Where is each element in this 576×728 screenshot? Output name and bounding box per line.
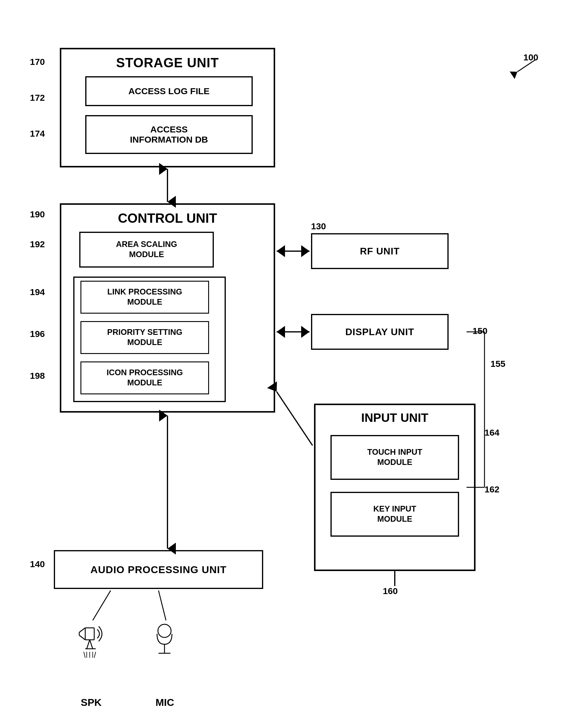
key-input-box: KEY INPUT MODULE — [330, 492, 459, 537]
ref-164: 164 — [485, 428, 499, 438]
svg-line-27 — [94, 652, 96, 658]
icon-processing-box: ICON PROCESSING MODULE — [81, 361, 209, 394]
control-unit-box: CONTROL UNIT AREA SCALING MODULE LINK PR… — [60, 203, 275, 413]
storage-unit-title: STORAGE UNIT — [61, 55, 273, 70]
svg-line-20 — [87, 640, 90, 649]
input-unit-box: INPUT UNIT TOUCH INPUT MODULE KEY INPUT … — [314, 404, 476, 571]
ref-160: 160 — [383, 586, 398, 596]
ref-190: 190 — [30, 209, 45, 219]
link-processing-outer: LINK PROCESSING MODULE PRIORITY SETTING … — [73, 277, 226, 402]
ref-172: 172 — [30, 93, 45, 103]
rf-unit-box: RF UNIT — [311, 233, 449, 269]
mic-label: MIC — [155, 697, 174, 708]
ref-130: 130 — [311, 221, 326, 232]
touch-input-box: TOUCH INPUT MODULE — [330, 435, 459, 480]
ref-174: 174 — [30, 128, 45, 139]
ref-155: 155 — [490, 359, 506, 369]
svg-line-18 — [79, 635, 85, 640]
area-scaling-box: AREA SCALING MODULE — [79, 232, 214, 268]
svg-line-9 — [277, 392, 313, 446]
svg-rect-16 — [85, 628, 94, 640]
svg-line-26 — [84, 652, 85, 658]
access-log-box: ACCESS LOG FILE — [85, 76, 253, 106]
svg-line-31 — [93, 590, 111, 620]
svg-line-17 — [79, 628, 85, 632]
control-unit-title: CONTROL UNIT — [61, 211, 273, 226]
priority-setting-box: PRIORITY SETTING MODULE — [81, 321, 209, 354]
diagram: 100 STORAGE UNIT ACCESS LOG FILE ACCESS … — [0, 0, 576, 728]
spk-label: SPK — [81, 697, 102, 708]
ref-194: 194 — [30, 287, 45, 297]
ref-162: 162 — [485, 484, 499, 494]
svg-point-28 — [158, 624, 171, 637]
ref-170: 170 — [30, 57, 45, 67]
input-unit-title: INPUT UNIT — [316, 411, 474, 425]
ref-198: 198 — [30, 371, 45, 381]
display-unit-box: DISPLAY UNIT — [311, 314, 449, 350]
svg-line-32 — [159, 590, 166, 620]
ref-140: 140 — [30, 559, 45, 569]
ref-100: 100 — [523, 52, 538, 62]
link-processing-box: LINK PROCESSING MODULE — [81, 281, 209, 314]
ref-192: 192 — [30, 239, 45, 249]
access-info-box: ACCESS INFORMATION DB — [85, 115, 253, 154]
ref-196: 196 — [30, 329, 45, 339]
audio-unit-box: AUDIO PROCESSING UNIT — [54, 550, 263, 589]
storage-unit-box: STORAGE UNIT ACCESS LOG FILE ACCESS INFO… — [60, 48, 275, 168]
ref-150: 150 — [472, 326, 488, 336]
svg-line-21 — [90, 640, 93, 649]
